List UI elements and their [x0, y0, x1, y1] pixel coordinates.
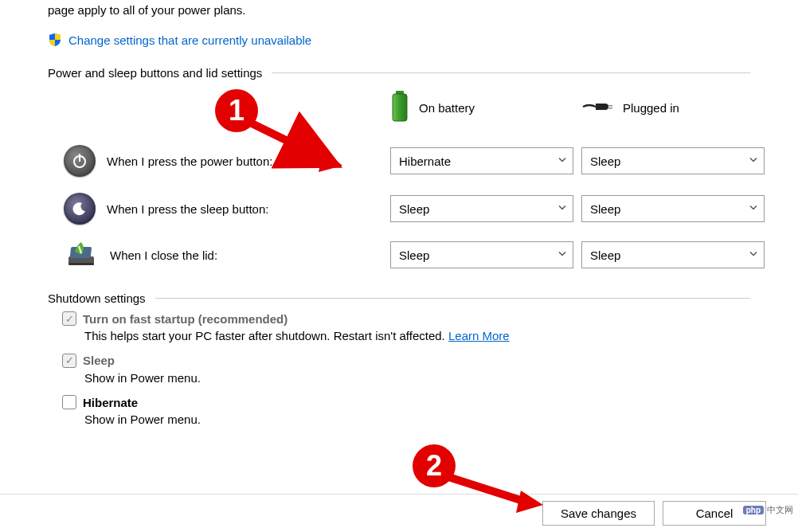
select-power-button-battery[interactable]: Hibernate [390, 147, 573, 174]
admin-link[interactable]: Change settings that are currently unava… [68, 33, 311, 47]
shutdown-item-hibernate: Hibernate Show in Power menu. [62, 395, 750, 429]
col-header-on-battery: On battery [390, 86, 573, 129]
svg-rect-5 [79, 154, 80, 162]
select-value: Sleep [590, 202, 620, 216]
sleep-button-icon [64, 193, 96, 225]
select-value: Hibernate [399, 155, 451, 168]
fast-startup-desc-text: This helps start your PC faster after sh… [84, 329, 448, 342]
col-header-battery-label: On battery [419, 101, 475, 115]
section-power-sleep-header: Power and sleep buttons and lid settings [48, 66, 750, 80]
select-close-lid-plugged[interactable]: Sleep [581, 241, 765, 268]
learn-more-link[interactable]: Learn More [448, 329, 510, 342]
row-close-lid-label: When I close the lid: [110, 248, 217, 262]
row-sleep-button: When I press the sleep button: [64, 193, 382, 225]
divider [272, 72, 750, 73]
watermark: php 中文网 [743, 504, 793, 516]
intro-text: page apply to all of your power plans. [48, 0, 750, 18]
watermark-brand: php [743, 506, 764, 514]
divider [155, 298, 750, 299]
annotation-badge-2: 2 [413, 444, 456, 487]
svg-rect-1 [393, 94, 407, 121]
select-sleep-button-battery[interactable]: Sleep [390, 195, 573, 222]
checkbox-fast-startup[interactable] [62, 311, 76, 326]
chevron-down-icon [748, 248, 759, 262]
row-sleep-button-label: When I press the sleep button: [107, 202, 268, 216]
checkbox-sleep[interactable] [62, 354, 76, 368]
col-header-plugged-in: Plugged in [581, 86, 765, 129]
battery-icon [390, 91, 409, 125]
svg-marker-10 [319, 150, 342, 172]
watermark-text: 中文网 [767, 504, 793, 516]
svg-line-9 [244, 119, 328, 161]
svg-marker-12 [516, 491, 543, 513]
col-header-plugged-label: Plugged in [623, 101, 679, 115]
select-sleep-button-plugged[interactable]: Sleep [581, 195, 765, 222]
save-changes-button[interactable]: Save changes [542, 501, 655, 526]
hibernate-label: Hibernate [83, 396, 138, 409]
shield-icon [48, 33, 62, 47]
plug-icon [581, 99, 613, 117]
sleep-label: Sleep [83, 354, 115, 367]
admin-link-row[interactable]: Change settings that are currently unava… [48, 33, 750, 47]
close-lid-icon [64, 241, 99, 269]
chevron-down-icon [557, 202, 568, 216]
svg-rect-2 [608, 105, 612, 107]
select-value: Sleep [590, 155, 620, 168]
section-shutdown-header: Shutdown settings [48, 291, 750, 305]
select-value: Sleep [399, 202, 429, 216]
select-close-lid-battery[interactable]: Sleep [390, 241, 573, 268]
sleep-desc: Show in Power menu. [84, 370, 750, 388]
shutdown-item-sleep: Sleep Show in Power menu. [62, 354, 750, 388]
fast-startup-desc: This helps start your PC faster after sh… [84, 327, 750, 346]
row-close-lid: When I close the lid: [64, 241, 382, 269]
hibernate-desc: Show in Power menu. [84, 411, 750, 429]
shutdown-item-fast-startup: Turn on fast startup (recommended) This … [62, 311, 750, 346]
chevron-down-icon [557, 248, 568, 262]
svg-rect-7 [68, 263, 94, 265]
section-shutdown-title: Shutdown settings [48, 291, 146, 305]
chevron-down-icon [748, 155, 759, 168]
fast-startup-label: Turn on fast startup (recommended) [83, 312, 288, 326]
checkbox-hibernate[interactable] [62, 395, 76, 409]
select-power-button-plugged[interactable]: Sleep [581, 147, 765, 174]
select-value: Sleep [590, 248, 620, 262]
chevron-down-icon [557, 155, 568, 168]
svg-rect-3 [608, 108, 612, 109]
select-value: Sleep [399, 248, 429, 262]
section-power-sleep-title: Power and sleep buttons and lid settings [48, 66, 262, 80]
power-button-icon [64, 145, 96, 177]
svg-line-11 [441, 475, 526, 502]
annotation-badge-1: 1 [215, 89, 258, 132]
chevron-down-icon [748, 202, 759, 216]
bottom-button-bar: Save changes Cancel [0, 494, 798, 532]
